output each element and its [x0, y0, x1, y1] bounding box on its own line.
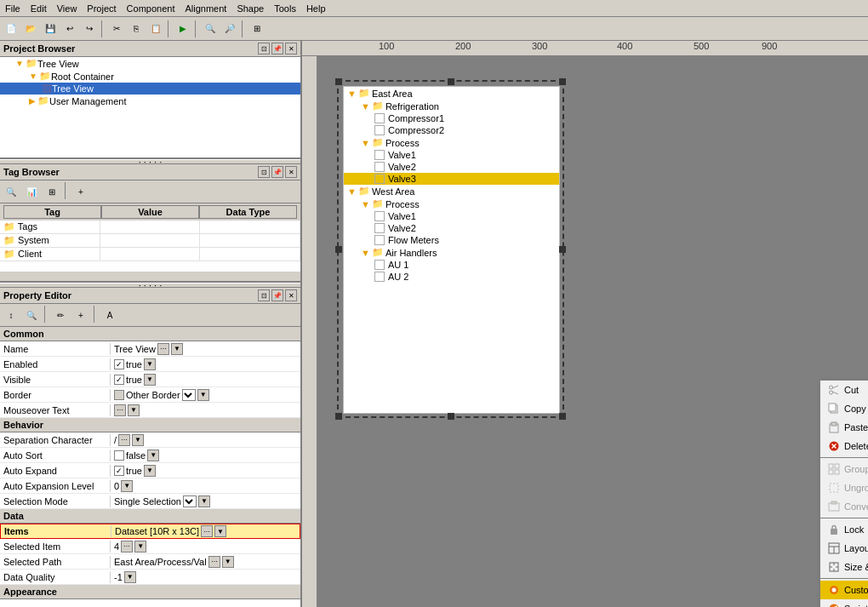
- tv-air-handlers[interactable]: ▼ 📁 Air Handlers: [344, 246, 559, 259]
- prop-mouseover-value[interactable]: ⋯ ▼: [111, 404, 300, 417]
- tag-type-btn[interactable]: 📊: [22, 182, 41, 201]
- tv-compressor1[interactable]: Compressor1: [344, 112, 559, 124]
- prop-selected-item-menu-btn[interactable]: ▼: [134, 541, 146, 553]
- prop-items-value[interactable]: Dataset [10R x 13C] ⋯ ▼: [111, 524, 300, 538]
- tv-valve2-east[interactable]: Valve2: [344, 161, 559, 173]
- tag-grid-btn[interactable]: ⊞: [43, 182, 61, 201]
- prop-sep-edit-btn[interactable]: ⋯: [118, 434, 130, 446]
- tv-valve1-east[interactable]: Valve1: [344, 149, 559, 161]
- tv-au1[interactable]: AU 1: [344, 259, 559, 271]
- tag-row-system[interactable]: 📁 System: [0, 234, 300, 248]
- tv-refrigeration[interactable]: ▼ 📁 Refrigeration: [344, 100, 559, 112]
- prop-selection-mode-value[interactable]: Single Selection ▼: [111, 495, 300, 508]
- prop-editor-close[interactable]: ✕: [285, 289, 297, 301]
- play-btn[interactable]: ▶: [174, 20, 192, 38]
- ctx-paste[interactable]: Paste Ctrl-V: [820, 418, 868, 437]
- tree-item-treeview-root[interactable]: ▼ 📁 Tree View: [0, 57, 300, 70]
- handle-bl[interactable]: [335, 413, 342, 420]
- tv-flow-meters[interactable]: Flow Meters: [344, 234, 559, 246]
- tree-view-scroll[interactable]: ▼ 📁 East Area ▼ 📁 Refrigeration Compress…: [344, 87, 559, 413]
- section-appearance[interactable]: Appearance: [0, 585, 300, 599]
- ctx-size-pos[interactable]: Size & Position... Ctrl-P: [820, 558, 868, 576]
- prop-autosort-checkbox[interactable]: [114, 450, 124, 461]
- prop-items-edit-btn[interactable]: ⋯: [201, 525, 213, 537]
- handle-tl[interactable]: [335, 78, 342, 85]
- prop-data-quality-menu-btn[interactable]: ▼: [124, 571, 136, 583]
- handle-br[interactable]: [559, 413, 566, 420]
- paste-btn[interactable]: 📋: [146, 20, 165, 38]
- menu-project[interactable]: Project: [82, 2, 121, 15]
- new-btn[interactable]: 📄: [2, 20, 20, 38]
- tag-search-btn[interactable]: 🔍: [2, 182, 20, 201]
- prop-selected-item-edit-btn[interactable]: ⋯: [121, 541, 133, 553]
- cut-btn[interactable]: ✂: [107, 20, 126, 38]
- handle-left[interactable]: [335, 246, 342, 253]
- tree-item-root-container[interactable]: ▼ 📁 Root Container: [0, 70, 300, 83]
- ctx-layout[interactable]: Layout... Ctrl-L: [820, 539, 868, 558]
- undo-btn[interactable]: ↩: [60, 20, 79, 38]
- ctx-delete[interactable]: Delete Delete: [820, 437, 868, 455]
- tag-row-tags[interactable]: 📁 Tags: [0, 220, 300, 234]
- prop-name-edit-btn[interactable]: ⋯: [157, 343, 169, 355]
- tv-compressor2[interactable]: Compressor2: [344, 124, 559, 136]
- prop-autoexpand-menu-btn[interactable]: ▼: [144, 465, 156, 477]
- handle-bottom[interactable]: [448, 413, 454, 420]
- tag-add-btn[interactable]: +: [71, 182, 90, 201]
- prop-mouseover-menu-btn[interactable]: ▼: [128, 404, 140, 416]
- handle-top[interactable]: [448, 78, 454, 85]
- prop-edit-btn[interactable]: ✏: [51, 306, 70, 324]
- prop-sep-menu-btn[interactable]: ▼: [132, 434, 144, 446]
- redo-btn[interactable]: ↪: [80, 20, 99, 38]
- prop-selected-path-menu-btn[interactable]: ▼: [222, 556, 234, 568]
- prop-sort-btn[interactable]: ↕: [2, 306, 20, 324]
- prop-enabled-menu-btn[interactable]: ▼: [144, 358, 156, 370]
- prop-autosort-menu-btn[interactable]: ▼: [147, 450, 159, 461]
- ctx-customizers[interactable]: Customizers ▶: [820, 581, 868, 599]
- prop-items-menu-btn[interactable]: ▼: [214, 525, 226, 537]
- menu-shape[interactable]: Shape: [231, 2, 269, 15]
- prop-enabled-checkbox[interactable]: ✓: [114, 359, 124, 369]
- tree-item-treeview-child[interactable]: 🖼 Tree View: [0, 83, 300, 94]
- ctx-scripting[interactable]: </> Scripting... Ctrl-J: [820, 599, 868, 607]
- canvas-main[interactable]: ▼ 📁 East Area ▼ 📁 Refrigeration Compress…: [317, 56, 868, 607]
- ctx-cut[interactable]: Cut Ctrl-X: [820, 381, 868, 399]
- prop-visible-checkbox[interactable]: ✓: [114, 375, 124, 385]
- section-data[interactable]: Data: [0, 509, 300, 524]
- menu-component[interactable]: Component: [122, 2, 180, 15]
- zoom-out-btn[interactable]: 🔎: [220, 20, 239, 38]
- prop-editor-pin[interactable]: 📌: [271, 289, 283, 301]
- prop-name-menu-btn[interactable]: ▼: [171, 343, 183, 355]
- tag-browser-restore[interactable]: ⊡: [258, 166, 270, 178]
- tv-valve3-east[interactable]: Valve3: [344, 173, 559, 185]
- zoom-in-btn[interactable]: 🔍: [201, 20, 220, 38]
- project-browser-close[interactable]: ✕: [285, 43, 297, 54]
- prop-add-btn[interactable]: +: [71, 306, 90, 324]
- menu-alignment[interactable]: Alignment: [180, 2, 231, 15]
- section-common[interactable]: Common: [0, 327, 300, 341]
- prop-editor-restore[interactable]: ⊡: [258, 289, 270, 301]
- section-behavior[interactable]: Behavior: [0, 418, 300, 432]
- prop-mouseover-edit-btn[interactable]: ⋯: [114, 404, 126, 416]
- prop-visible-menu-btn[interactable]: ▼: [144, 374, 156, 386]
- tree-item-user-mgmt[interactable]: ▶ 📁 User Management: [0, 94, 300, 107]
- handle-tr[interactable]: [559, 78, 566, 85]
- prop-border-select[interactable]: [182, 389, 196, 401]
- menu-edit[interactable]: Edit: [26, 2, 52, 15]
- save-btn[interactable]: 💾: [41, 20, 60, 38]
- prop-visible-value[interactable]: ✓ true ▼: [111, 373, 300, 387]
- tv-east-area[interactable]: ▼ 📁 East Area: [344, 87, 559, 100]
- align-btn[interactable]: ⊞: [248, 20, 266, 38]
- handle-right[interactable]: [559, 246, 566, 253]
- prop-enabled-value[interactable]: ✓ true ▼: [111, 358, 300, 371]
- prop-border-checkbox[interactable]: [114, 390, 124, 400]
- tv-process-east[interactable]: ▼ 📁 Process: [344, 136, 559, 149]
- ctx-copy[interactable]: Copy Ctrl-C: [820, 399, 868, 418]
- prop-selected-item-value[interactable]: 4 ⋯ ▼: [111, 540, 300, 553]
- prop-expansion-level-value[interactable]: 0 ▼: [111, 479, 300, 493]
- project-browser-restore[interactable]: ⊡: [258, 43, 270, 54]
- project-browser-pin[interactable]: 📌: [271, 43, 283, 54]
- tv-process-west[interactable]: ▼ 📁 Process: [344, 198, 559, 210]
- copy-btn[interactable]: ⎘: [127, 20, 146, 38]
- menu-view[interactable]: View: [52, 2, 83, 15]
- prop-selection-mode-select[interactable]: [183, 495, 197, 507]
